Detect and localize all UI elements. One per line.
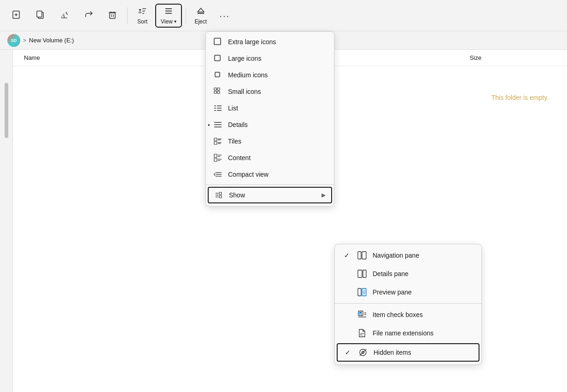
menu-item-content[interactable]: Content [206,150,334,166]
sort-button[interactable]: Sort [131,4,153,28]
svg-rect-39 [214,138,217,141]
sort-label: Sort [137,18,147,25]
svg-rect-42 [214,142,217,144]
medium-icon [213,70,222,80]
svg-rect-63 [358,288,361,296]
menu-item-compact-view[interactable]: Compact view [206,166,334,183]
svg-line-8 [66,12,67,13]
view-chevron-icon: ▾ [174,19,176,24]
list-label: List [228,104,238,112]
navigation-pane-label: Navigation pane [373,252,419,259]
menu-item-list[interactable]: List [206,100,334,116]
logo-avatar: SD [7,34,20,47]
submenu-separator-1 [335,303,481,304]
svg-rect-58 [219,196,222,198]
large-icons-label: Large icons [228,55,261,62]
tiles-icon [213,137,222,146]
item-check-boxes-label: Item check boxes [373,311,423,318]
eject-button[interactable]: Eject [190,4,212,28]
preview-pane-label: Preview pane [373,288,412,296]
copy-icon [36,10,45,21]
svg-rect-61 [358,270,362,277]
more-icon: ··· [219,11,230,20]
empty-text: This folder is empty. [491,94,549,101]
preview-pane-icon [357,287,367,297]
view-dropdown-menu: Extra large icons Large icons Medium ico… [205,31,334,207]
details-bullet: ● [208,123,210,127]
sidebar-scroll-thumb[interactable] [5,83,8,138]
menu-item-tiles[interactable]: Tiles [206,133,334,150]
eject-icon [196,6,205,17]
svg-rect-62 [363,270,366,277]
svg-rect-27 [217,88,220,90]
view-button[interactable]: View ▾ [155,4,182,28]
svg-rect-23 [214,38,221,45]
delete-icon [108,10,117,21]
svg-rect-60 [362,252,366,259]
svg-rect-59 [358,252,361,259]
delete-button[interactable] [101,4,123,28]
svg-rect-25 [215,72,220,77]
new-item-button[interactable] [6,4,28,28]
sidebar-scrollbar-area [0,50,13,392]
submenu-item-hidden-items[interactable]: ✓ Hidden items [337,343,479,362]
view-icon [164,6,173,17]
menu-separator [206,184,334,185]
compact-view-label: Compact view [228,171,269,178]
details-label: Details [228,121,248,128]
rename-button[interactable]: A [53,4,76,28]
submenu-item-details-pane[interactable]: Details pane [335,265,481,283]
submenu-item-item-check-boxes[interactable]: Item check boxes [335,306,481,324]
share-button[interactable] [77,4,99,28]
show-icon [214,190,223,200]
svg-rect-4 [37,11,42,17]
submenu-item-preview-pane[interactable]: Preview pane [335,283,481,301]
svg-rect-45 [214,154,217,157]
new-item-icon [12,10,21,21]
toolbar: A [0,0,567,31]
medium-icons-label: Medium icons [228,71,268,79]
svg-rect-26 [214,88,216,90]
menu-item-medium-icons[interactable]: Medium icons [206,67,334,83]
rename-icon: A [60,10,69,21]
show-submenu: ✓ Navigation pane Details pane [334,244,482,365]
details-pane-label: Details pane [373,270,409,277]
svg-marker-21 [198,8,204,12]
svg-rect-57 [219,192,222,195]
hidden-items-check-icon: ✓ [343,349,352,356]
separator-1 [127,7,128,24]
sort-icon [138,6,147,17]
view-label: View [161,18,173,25]
breadcrumb-separator: > [23,37,26,44]
svg-rect-9 [110,13,115,18]
submenu-item-navigation-pane[interactable]: ✓ Navigation pane [335,246,481,265]
more-button[interactable]: ··· [214,4,236,28]
submenu-item-file-name-extensions[interactable]: File name extensions [335,324,481,342]
extra-large-icons-label: Extra large icons [228,38,276,46]
menu-item-extra-large-icons[interactable]: Extra large icons [206,34,334,50]
logo-text: SD [11,38,17,43]
checkbox-icon [357,310,367,320]
menu-item-details[interactable]: ● Details [206,116,334,133]
menu-item-small-icons[interactable]: Small icons [206,83,334,100]
svg-line-7 [66,13,68,15]
column-size-header[interactable]: Size [466,54,560,61]
small-icon [213,87,222,96]
menu-item-large-icons[interactable]: Large icons [206,50,334,67]
content-label: Content [228,154,251,161]
share-icon [84,10,93,21]
tiles-label: Tiles [228,138,241,145]
hidden-items-icon [358,347,368,357]
details-icon [213,120,222,129]
copy-button[interactable] [29,4,52,28]
small-icons-label: Small icons [228,88,261,95]
nav-pane-icon [357,250,367,260]
details-pane-icon [357,269,367,279]
show-label: Show [229,191,245,199]
svg-rect-48 [214,158,217,161]
file-ext-icon [357,328,367,338]
menu-item-show[interactable]: Show ▶ [208,187,332,203]
breadcrumb-path[interactable]: New Volume (E:) [29,37,74,44]
nav-pane-check-icon: ✓ [342,252,351,259]
svg-rect-29 [217,91,220,93]
